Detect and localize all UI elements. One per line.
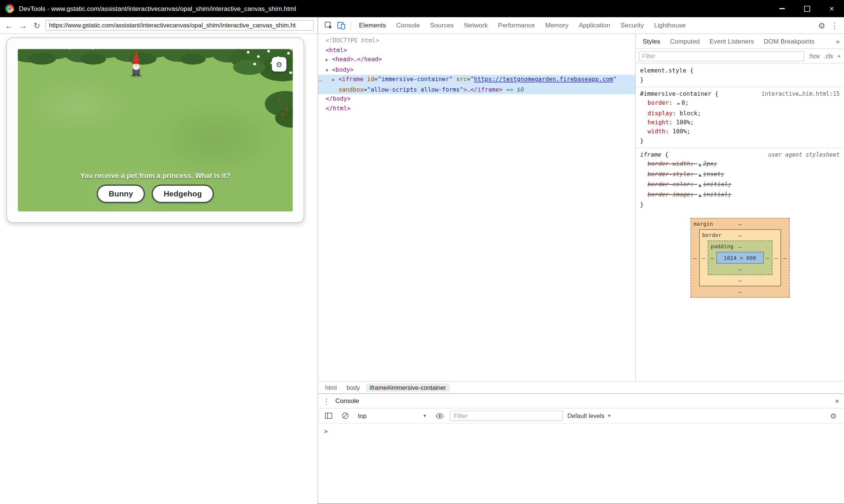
drawer-tab-console[interactable]: Console xyxy=(335,397,359,405)
rule-selector[interactable]: iframe xyxy=(640,151,661,158)
game-question-text: You receive a pet from a princess. What … xyxy=(18,172,293,180)
rule-selector[interactable]: element.style xyxy=(640,67,686,75)
dom-tree-node[interactable]: sandbox="allow-scripts allow-forms">…</i… xyxy=(318,85,635,94)
maximize-button[interactable] xyxy=(794,0,819,17)
tab-console[interactable]: Console xyxy=(391,18,425,33)
expand-arrow-icon[interactable]: ▶ xyxy=(699,193,701,197)
rule-selector[interactable]: #immersive-container xyxy=(640,91,711,98)
css-property[interactable]: border: ▶0; xyxy=(636,98,844,109)
css-property[interactable]: border-image: ▶initial; xyxy=(636,190,844,200)
stylesheet-source-link[interactable]: interactive…him.html:15 xyxy=(757,90,840,98)
console-sidebar-icon[interactable] xyxy=(322,410,335,422)
tab-performance[interactable]: Performance xyxy=(493,18,540,33)
tab-lighthouse[interactable]: Lighthouse xyxy=(649,18,691,33)
execution-context-select[interactable]: top ▼ xyxy=(356,412,429,420)
content-size-value: 1024 × 600 xyxy=(716,252,764,264)
more-options-icon[interactable]: ⋮ xyxy=(828,19,841,32)
console-drawer: ⋮ Console × xyxy=(318,394,844,504)
dom-tree-node[interactable]: ▼<body> xyxy=(318,65,635,75)
expand-arrow-icon[interactable]: ▶ xyxy=(699,183,701,187)
style-rule-immersive-container: #immersive-container {interactive…him.ht… xyxy=(636,89,844,145)
css-property[interactable]: display: block; xyxy=(636,109,844,118)
dom-tree-node[interactable]: <!DOCTYPE html> xyxy=(318,36,635,45)
breadcrumb: html body iframe#immersive-container xyxy=(318,381,844,394)
game-settings-button[interactable]: ⚙ xyxy=(272,57,287,72)
minimize-button[interactable] xyxy=(770,0,794,17)
breadcrumb-iframe[interactable]: iframe#immersive-container xyxy=(366,383,450,392)
window-controls: × xyxy=(770,0,844,17)
tab-dom-breakpoints[interactable]: DOM Breakpoints xyxy=(759,38,820,45)
browser-nav: ← → ↻ https://www.gstatic.com/assistant/… xyxy=(0,17,317,33)
css-property[interactable]: border-style: ▶inset; xyxy=(636,169,844,180)
new-style-rule-button[interactable]: + xyxy=(837,53,841,59)
console-log-area[interactable]: > xyxy=(318,424,844,504)
style-rule-element-style: element.style { } xyxy=(636,66,844,85)
expand-arrow-icon[interactable]: ▶ xyxy=(678,102,680,106)
expand-arrow-icon[interactable]: ▶ xyxy=(332,75,338,85)
tab-styles[interactable]: Styles xyxy=(638,38,665,45)
tab-elements[interactable]: Elements xyxy=(354,18,391,33)
devtools-panel: <!DOCTYPE html><html>▶<head>…</head>▼<bo… xyxy=(317,34,844,504)
styles-filter-row: :hov .cls + xyxy=(636,49,844,63)
toolbar-row: ← → ↻ https://www.gstatic.com/assistant/… xyxy=(0,17,844,34)
reload-button[interactable]: ↻ xyxy=(31,21,42,29)
answer-button-hedgehog[interactable]: Hedgehog xyxy=(152,185,214,203)
console-filter-input[interactable] xyxy=(450,410,563,421)
tab-event-listeners[interactable]: Event Listeners xyxy=(705,38,759,45)
console-toolbar: top ▼ Default levels ▼ ⚙ xyxy=(318,409,844,424)
pseudo-state-button[interactable]: :hov xyxy=(809,53,820,59)
game-screen: ⚙ You receive a pet from a princess. Wha… xyxy=(18,49,293,211)
css-property[interactable]: border-width: ▶2px; xyxy=(636,159,844,169)
tab-computed[interactable]: Computed xyxy=(665,38,705,45)
forward-button[interactable]: → xyxy=(17,21,29,29)
expand-arrow-icon[interactable]: ▶ xyxy=(699,173,701,177)
class-toggle-button[interactable]: .cls xyxy=(824,53,833,59)
back-button[interactable]: ← xyxy=(3,21,15,29)
node-more-icon[interactable]: … xyxy=(319,75,322,84)
dom-tree-node[interactable]: </html> xyxy=(318,104,635,113)
drawer-close-icon[interactable]: × xyxy=(835,397,839,405)
css-property[interactable]: height: 100%; xyxy=(636,118,844,127)
style-rule-iframe-ua: iframe {user agent stylesheet border-wid… xyxy=(636,150,844,210)
margin-label: margin xyxy=(693,221,713,227)
device-toolbar-icon[interactable] xyxy=(335,19,347,32)
tab-network[interactable]: Network xyxy=(459,18,493,33)
tab-security[interactable]: Security xyxy=(616,18,649,33)
console-settings-gear-icon[interactable]: ⚙ xyxy=(827,410,840,422)
dom-tree-node[interactable]: </body> xyxy=(318,94,635,104)
breadcrumb-body[interactable]: body xyxy=(343,383,364,392)
breadcrumb-html[interactable]: html xyxy=(322,383,341,392)
close-button[interactable]: × xyxy=(819,0,844,17)
tab-memory[interactable]: Memory xyxy=(541,18,574,33)
box-model-diagram[interactable]: margin– – border– – padding– xyxy=(690,218,790,297)
divider xyxy=(636,148,844,148)
expand-arrow-icon[interactable]: ▶ xyxy=(326,56,332,65)
styles-sidebar-tabs: Styles Computed Event Listeners DOM Brea… xyxy=(636,34,844,49)
overflow-chevron-icon[interactable]: » xyxy=(832,37,844,45)
css-property[interactable]: border-color: ▶initial; xyxy=(636,180,844,190)
tab-application[interactable]: Application xyxy=(574,18,615,33)
styles-filter-input[interactable] xyxy=(639,51,804,61)
minimize-icon xyxy=(779,8,785,9)
clear-console-icon[interactable] xyxy=(339,410,352,422)
window-titlebar: DevTools - www.gstatic.com/assistant/int… xyxy=(0,0,844,17)
tablet-device-frame: ⚙ You receive a pet from a princess. Wha… xyxy=(6,38,304,223)
tab-sources[interactable]: Sources xyxy=(425,18,459,33)
expand-arrow-icon[interactable]: ▶ xyxy=(699,163,701,167)
dom-tree-node[interactable]: <html> xyxy=(318,45,635,55)
css-property[interactable]: width: 100%; xyxy=(636,127,844,136)
address-bar[interactable]: https://www.gstatic.com/assistant/intera… xyxy=(45,20,314,31)
live-expression-eye-icon[interactable] xyxy=(433,410,446,422)
drawer-kebab-icon[interactable]: ⋮ xyxy=(323,397,330,404)
console-prompt-chevron[interactable]: > xyxy=(324,427,328,435)
styles-rules: element.style { } #immersive-container {… xyxy=(636,63,844,381)
dom-tree-node[interactable]: …▶<iframe id="immersive-container" src="… xyxy=(318,75,635,85)
devtools-tabbar: Elements Console Sources Network Perform… xyxy=(317,17,844,33)
settings-gear-icon[interactable]: ⚙ xyxy=(815,19,828,32)
dom-tree-node[interactable]: ▶<head>…</head> xyxy=(318,55,635,65)
answer-button-bunny[interactable]: Bunny xyxy=(97,185,145,203)
inspect-element-icon[interactable] xyxy=(322,19,334,32)
expand-arrow-icon[interactable]: ▼ xyxy=(326,65,332,75)
chrome-logo-icon xyxy=(5,4,14,13)
log-levels-select[interactable]: Default levels ▼ xyxy=(567,412,611,419)
